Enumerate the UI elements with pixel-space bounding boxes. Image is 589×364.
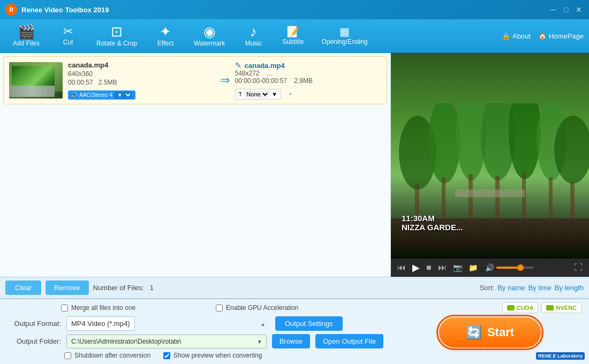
show-preview-checkbox[interactable] [163, 352, 170, 359]
start-label: Start [487, 325, 514, 339]
toolbar-cut-label: Cut [63, 39, 73, 46]
volume-slider: 🔊 [485, 263, 534, 272]
output-format-wrapper: MP4 Video (*.mp4) [66, 316, 270, 331]
sort-by-length-link[interactable]: By length [555, 284, 584, 292]
svg-point-4 [509, 103, 541, 179]
shutdown-label: Shutdown after conversion [74, 352, 150, 359]
skip-forward-button[interactable]: ⏭ [437, 263, 448, 272]
play-pause-button[interactable]: ▶ [411, 262, 421, 274]
sort-section: Sort: By name By time By length [480, 284, 584, 292]
output-folder-row: Output Folder: Browse Open Output File [7, 334, 383, 348]
homepage-label: HomePage [549, 32, 584, 40]
toolbar-music[interactable]: ♪ Music [235, 21, 272, 50]
overlay-location: NIZZA GARDE... [402, 223, 463, 232]
folder-button[interactable]: 📁 [467, 263, 479, 272]
toolbar-opening-ending[interactable]: ▦ Opening/Ending [314, 23, 375, 49]
close-button[interactable]: ✕ [574, 5, 584, 14]
input-duration-size: 00:00:57 2.5MB [68, 79, 215, 86]
output-format-select[interactable]: MP4 Video (*.mp4) [66, 316, 135, 331]
subtitle-value: - [289, 89, 291, 97]
output-format-label: Output Format: [7, 320, 61, 328]
output-resolution: 548x272 [235, 70, 260, 77]
screenshot-button[interactable]: 📷 [452, 263, 463, 272]
settings-area: Merge all files into one Enable GPU Acce… [0, 299, 589, 362]
fullscreen-button[interactable]: ⛶ [573, 263, 584, 272]
subtitle-select[interactable]: None [244, 90, 269, 98]
rotate-crop-icon: ⊡ [111, 25, 123, 39]
watermark-icon: ◉ [203, 25, 216, 39]
open-output-button[interactable]: Open Output File [315, 334, 383, 348]
nvenc-label: NVENC [556, 305, 577, 311]
toolbar-effect-label: Effect [157, 40, 173, 47]
merge-files-checkbox[interactable] [61, 305, 68, 312]
merge-files-label: Merge all files into one [71, 304, 135, 312]
cuda-label: CUDA [517, 305, 534, 311]
toolbar-right: 🔒 About 🏠 HomePage [502, 32, 584, 40]
volume-track[interactable] [496, 267, 534, 269]
start-button[interactable]: 🔄 Start [439, 317, 541, 347]
rene-logo: RENE.E Laboratory [536, 352, 585, 360]
about-link[interactable]: 🔒 About [502, 32, 531, 40]
toolbar-opening-ending-label: Opening/Ending [321, 38, 367, 46]
file-input-info: canada.mp4 640x360 00:00:57 2.5MB 🔊 AAC(… [68, 61, 215, 100]
output-settings-button[interactable]: Output Settings [275, 316, 343, 331]
video-overlay-text: 11:30AM NIZZA GARDE... [402, 214, 463, 232]
homepage-link[interactable]: 🏠 HomePage [538, 32, 584, 40]
settings-lower: Output Format: MP4 Video (*.mp4) Output … [0, 313, 589, 362]
file-output-info: ✎ canada.mp4 548x272 ... 00:00:00-00:00:… [235, 61, 382, 100]
clear-button[interactable]: Clear [5, 280, 41, 295]
video-screen: 11:30AM NIZZA GARDE... [391, 53, 589, 259]
subtitle-dropdown-arrow: ▼ [271, 91, 277, 97]
toolbar-rotate-crop[interactable]: ⊡ Rotate & Crop [89, 21, 145, 50]
bottom-controls-bar: Clear Remove Number of Files: 1 Sort: By… [0, 277, 589, 299]
home-icon: 🏠 [538, 32, 547, 40]
remove-button[interactable]: Remove [46, 280, 88, 295]
toolbar-watermark-label: Watermark [194, 40, 225, 47]
window-controls: ─ □ ✕ [548, 5, 584, 14]
app-title: Renee Video Toolbox 2019 [21, 6, 109, 14]
opening-ending-icon: ▦ [339, 26, 350, 37]
checkbox-row-bottom: Shutdown after conversion Show preview w… [7, 352, 383, 359]
overlay-time: 11:30AM [402, 214, 463, 223]
video-controls: ⏮ ▶ ■ ⏭ 📷 📁 🔊 ⛶ [391, 259, 589, 277]
sort-by-name-link[interactable]: By name [497, 284, 525, 292]
nvidia-nvenc-icon [546, 305, 554, 310]
toolbar-watermark[interactable]: ◉ Watermark [186, 21, 232, 50]
minimize-button[interactable]: ─ [548, 5, 558, 14]
cuda-badge: CUDA [502, 302, 539, 313]
gpu-acceleration-checkbox[interactable] [216, 305, 223, 312]
text-icon: T [239, 91, 243, 97]
add-files-icon: 🎬 [18, 25, 35, 39]
gpu-acceleration-label: Enable GPU Acceleration [226, 304, 298, 312]
cut-icon: ✂ [63, 26, 73, 37]
toolbar-cut[interactable]: ✂ Cut [49, 22, 87, 49]
maximize-button[interactable]: □ [561, 5, 571, 14]
volume-thumb [517, 264, 524, 271]
toolbar-add-files[interactable]: 🎬 Add Files [5, 21, 47, 50]
skip-back-button[interactable]: ⏮ [396, 263, 407, 272]
output-filename: canada.mp4 [245, 62, 285, 70]
effect-icon: ✦ [160, 25, 171, 39]
file-item: NIZZA GA... canada.mp4 640x360 00:00:57 … [3, 56, 387, 104]
toolbar-subtitle-label: Subtitle [282, 38, 304, 46]
stop-button[interactable]: ■ [425, 263, 433, 272]
toolbar-rotate-crop-label: Rotate & Crop [96, 40, 137, 47]
toolbar-music-label: Music [245, 40, 262, 47]
sort-by-time-link[interactable]: By time [528, 284, 551, 292]
start-button-area: 🔄 Start [391, 313, 589, 352]
convert-arrow-icon: ⇒ [220, 73, 230, 87]
output-format-row: Output Format: MP4 Video (*.mp4) Output … [7, 316, 383, 331]
toolbar-subtitle[interactable]: 📝 Subtitle [274, 23, 312, 49]
toolbar-effect[interactable]: ✦ Effect [147, 21, 184, 50]
subtitle-icon: 📝 [286, 26, 300, 37]
audio-track-select[interactable]: ▼ [114, 92, 132, 98]
shutdown-checkbox[interactable] [64, 352, 71, 359]
svg-rect-15 [455, 189, 525, 197]
input-resolution: 640x360 [68, 70, 215, 78]
browse-button[interactable]: Browse [272, 334, 310, 348]
about-label: About [512, 32, 531, 40]
file-list-empty [3, 107, 387, 160]
output-folder-input[interactable] [66, 335, 267, 348]
nvidia-cuda-icon [507, 305, 515, 310]
speaker-icon: 🔊 [71, 92, 78, 98]
